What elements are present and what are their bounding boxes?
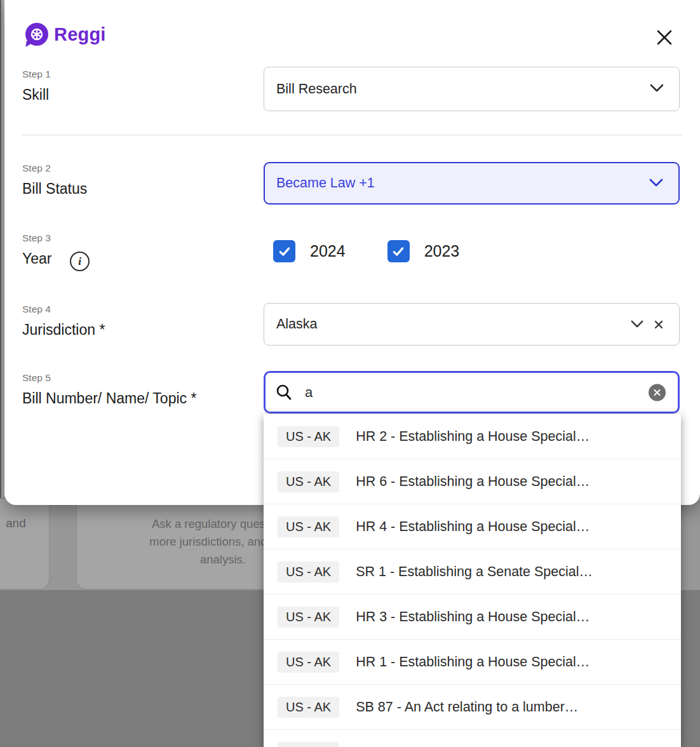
step1-label: Skill: [22, 86, 49, 104]
skill-select[interactable]: Bill Research: [264, 67, 680, 111]
search-icon: [275, 384, 293, 401]
bill-search-input[interactable]: a: [264, 371, 680, 414]
region-badge: US - AK: [278, 562, 339, 582]
chevron-down-icon: [649, 178, 663, 189]
page-edge-line: [0, 0, 1, 505]
search-result-row[interactable]: US - AKHR 6 - Establishing a House Speci…: [264, 459, 681, 504]
search-result-row[interactable]: US - AKHR 1 - Establishing a House Speci…: [264, 640, 681, 685]
close-icon[interactable]: [654, 27, 675, 48]
bill-title: SB 87 - An Act relating to a lumber…: [356, 699, 578, 715]
dimmed-card-left: and: [0, 498, 50, 589]
step4-label: Jurisdiction *: [22, 321, 105, 339]
bill-title: HR 2 - Establishing a House Special…: [356, 429, 589, 445]
jurisdiction-value: Alaska: [276, 316, 318, 332]
chevron-down-icon: [650, 83, 664, 95]
region-badge: US - AK: [278, 607, 339, 628]
chevron-down-icon: [631, 319, 643, 330]
year-checkbox-label: 2024: [310, 242, 346, 260]
search-results-dropdown: US - AKHR 2 - Establishing a House Speci…: [264, 414, 681, 747]
bill-status-select[interactable]: Became Law +1: [264, 162, 680, 205]
dimmed-card-left-text: and: [6, 516, 26, 530]
region-badge: US - AK: [278, 652, 339, 673]
step3-label: Year: [22, 250, 51, 267]
checkbox-2024-checked[interactable]: [273, 240, 295, 262]
step2-label: Bill Status: [22, 180, 87, 198]
bill-title: HR 6 - Establishing a House Special…: [356, 474, 589, 490]
search-result-row[interactable]: US - AKHR 2 - Establishing a House Speci…: [264, 414, 681, 459]
clear-jurisdiction-icon[interactable]: [654, 320, 664, 330]
year-options: 20242023: [273, 240, 501, 262]
section-divider: [22, 135, 682, 135]
skill-select-value: Bill Research: [276, 81, 357, 97]
bill-title: HR 3 - Establishing a House Special…: [356, 609, 589, 625]
region-badge: US - AK: [278, 426, 339, 447]
jurisdiction-select[interactable]: Alaska: [264, 303, 680, 346]
brand-logo: Reggi: [25, 23, 106, 46]
region-badge: US - AK: [278, 516, 339, 537]
step1-number: Step 1: [22, 69, 51, 80]
year-checkbox-label: 2023: [424, 242, 460, 260]
region-badge: US - AK: [278, 471, 339, 492]
region-badge: US - AK: [278, 697, 339, 718]
search-result-row[interactable]: US - AK: [264, 730, 681, 747]
year-option-2023: 2023: [387, 240, 460, 262]
bill-title: SR 1 - Establishing a Senate Special…: [356, 564, 593, 580]
chat-bubble-logo-icon: [25, 23, 48, 46]
region-badge: US - AK: [278, 742, 339, 747]
step2-number: Step 2: [22, 163, 51, 174]
search-result-row[interactable]: US - AKSR 1 - Establishing a Senate Spec…: [264, 549, 681, 595]
bill-search-value: a: [305, 384, 313, 401]
step5-number: Step 5: [22, 372, 51, 384]
step5-label: Bill Number/ Name/ Topic *: [22, 390, 196, 407]
bill-title: HR 4 - Establishing a House Special…: [356, 519, 589, 535]
brand-name: Reggi: [54, 24, 106, 45]
backdrop-left-strip: [0, 0, 4, 505]
checkbox-2023-checked[interactable]: [387, 240, 410, 262]
search-result-row[interactable]: US - AKSB 87 - An Act relating to a lumb…: [264, 685, 681, 730]
year-option-2024: 2024: [273, 240, 346, 262]
info-icon[interactable]: i: [70, 252, 90, 271]
search-result-row[interactable]: US - AKHR 3 - Establishing a House Speci…: [264, 595, 681, 640]
clear-search-icon[interactable]: [649, 384, 666, 401]
step3-number: Step 3: [22, 232, 51, 244]
step4-number: Step 4: [22, 304, 51, 315]
bill-status-value: Became Law +1: [276, 175, 375, 191]
bill-title: HR 1 - Establishing a House Special…: [356, 654, 589, 670]
search-result-row[interactable]: US - AKHR 4 - Establishing a House Speci…: [264, 504, 681, 549]
